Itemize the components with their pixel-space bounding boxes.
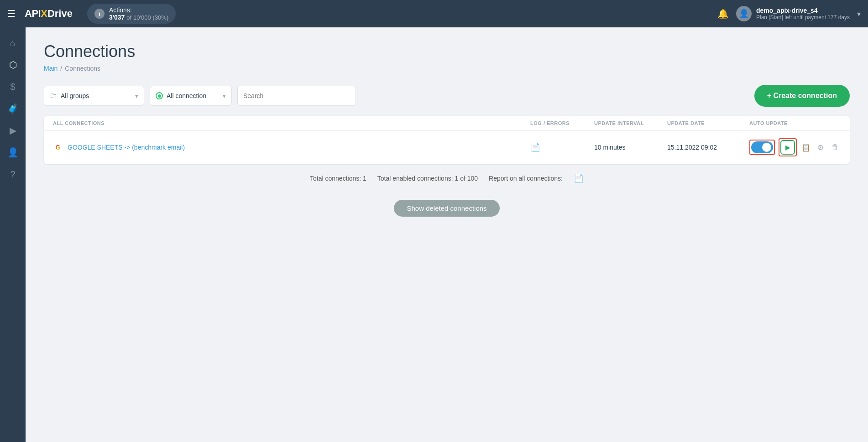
- user-menu-chevron[interactable]: ▾: [857, 10, 861, 18]
- logo-drive: Drive: [47, 8, 73, 20]
- breadcrumb-main[interactable]: Main: [44, 65, 58, 72]
- delete-button[interactable]: 🗑: [830, 140, 841, 155]
- logo[interactable]: APIXDrive: [25, 8, 73, 20]
- user-name: demo_apix-drive_s4: [756, 7, 850, 14]
- settings-button[interactable]: ⚙: [815, 140, 826, 155]
- header-update-date: UPDATE DATE: [667, 120, 749, 126]
- connection-label: All connection: [167, 92, 219, 99]
- sidebar-item-home[interactable]: ⌂: [3, 33, 23, 53]
- report-icon[interactable]: 📄: [574, 173, 584, 183]
- google-icon: G: [53, 142, 63, 152]
- total-connections: Total connections: 1: [310, 175, 366, 182]
- actions-pill: i Actions: 3'037 of 10'000 (30%): [87, 4, 176, 24]
- user-area: 👤 demo_apix-drive_s4 Plan |Start| left u…: [736, 6, 850, 21]
- connection-status-select[interactable]: All connection ▾: [150, 86, 232, 106]
- groups-select[interactable]: 🗂 All groups ▾: [44, 86, 144, 106]
- avatar: 👤: [736, 6, 752, 21]
- table-header: ALL CONNECTIONS LOG / ERRORS UPDATE INTE…: [44, 116, 850, 131]
- groups-label: All groups: [61, 92, 135, 99]
- actions-used: 3'037: [109, 14, 125, 21]
- auto-update-cell: ▶ 📋 ⚙ 🗑: [749, 138, 841, 156]
- breadcrumb-current: Connections: [65, 65, 100, 72]
- actions-total: 10'000: [133, 14, 151, 21]
- stats-row: Total connections: 1 Total enabled conne…: [44, 164, 850, 192]
- page-title: Connections: [44, 42, 850, 61]
- filters-row: 🗂 All groups ▾ All connection ▾ + Create…: [44, 85, 850, 107]
- log-icon[interactable]: 📄: [530, 143, 540, 152]
- log-cell: 📄: [530, 142, 594, 152]
- auto-update-toggle[interactable]: [751, 141, 773, 153]
- show-deleted-button[interactable]: Show deleted connections: [394, 200, 499, 217]
- interval-cell: 10 minutes: [594, 144, 667, 151]
- sidebar-item-media[interactable]: ▶: [3, 120, 23, 140]
- sidebar-item-help[interactable]: ?: [3, 164, 23, 184]
- run-button[interactable]: ▶: [780, 140, 795, 155]
- breadcrumb-separator: /: [60, 65, 62, 72]
- groups-chevron-icon: ▾: [135, 93, 138, 99]
- sidebar: ⌂ ⬡ $ 🧳 ▶ 👤 ?: [0, 27, 26, 442]
- sidebar-item-profile[interactable]: 👤: [3, 142, 23, 162]
- main-content: Connections Main / Connections 🗂 All gro…: [26, 27, 868, 442]
- copy-button[interactable]: 📋: [800, 140, 811, 155]
- connections-table: ALL CONNECTIONS LOG / ERRORS UPDATE INTE…: [44, 116, 850, 164]
- info-icon: i: [94, 9, 105, 19]
- search-input[interactable]: [243, 92, 350, 99]
- create-connection-button[interactable]: + Create connection: [754, 85, 850, 107]
- date-cell: 15.11.2022 09:02: [667, 144, 749, 151]
- layout: ⌂ ⬡ $ 🧳 ▶ 👤 ? Connections Main / Connect…: [0, 27, 868, 442]
- header-log-errors: LOG / ERRORS: [530, 120, 594, 126]
- connection-chevron-icon: ▾: [223, 93, 226, 99]
- logo-api: API: [25, 8, 41, 20]
- toggle-highlight: [749, 140, 775, 155]
- actions-text: Actions: 3'037 of 10'000 (30%): [109, 6, 168, 21]
- sidebar-item-connections[interactable]: ⬡: [3, 55, 23, 75]
- bell-button[interactable]: 🔔: [717, 8, 729, 19]
- actions-of: of: [126, 14, 131, 21]
- user-info: demo_apix-drive_s4 Plan |Start| left unt…: [756, 7, 850, 21]
- breadcrumb: Main / Connections: [44, 65, 850, 72]
- folder-icon: 🗂: [50, 92, 57, 100]
- header-auto-update: AUTO UPDATE: [749, 120, 841, 126]
- user-plan: Plan |Start| left until payment 177 days: [756, 14, 850, 21]
- sidebar-item-briefcase[interactable]: 🧳: [3, 99, 23, 119]
- actions-percent: (30%): [153, 14, 169, 21]
- total-enabled: Total enabled connections: 1 of 100: [377, 175, 478, 182]
- logo-x: X: [41, 8, 47, 20]
- topnav: ☰ APIXDrive i Actions: 3'037 of 10'000 (…: [0, 0, 868, 27]
- connection-name-cell: G GOOGLE SHEETS -> (benchmark email): [53, 142, 530, 152]
- status-dot-icon: [156, 92, 163, 99]
- report-label: Report on all connections:: [489, 175, 563, 182]
- sidebar-item-billing[interactable]: $: [3, 77, 23, 97]
- connection-link[interactable]: GOOGLE SHEETS -> (benchmark email): [68, 144, 185, 151]
- search-wrapper: [237, 86, 356, 106]
- table-row: G GOOGLE SHEETS -> (benchmark email) 📄 1…: [44, 131, 850, 164]
- header-update-interval: UPDATE INTERVAL: [594, 120, 667, 126]
- hamburger-icon[interactable]: ☰: [7, 8, 16, 19]
- header-all-connections: ALL CONNECTIONS: [53, 120, 530, 126]
- play-btn-highlight: ▶: [779, 138, 797, 156]
